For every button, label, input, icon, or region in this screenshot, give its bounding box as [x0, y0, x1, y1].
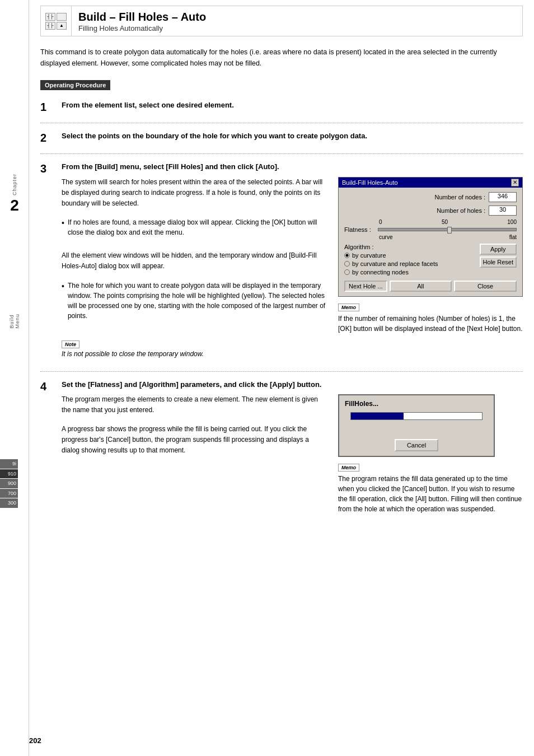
curve-label: curve: [379, 234, 392, 240]
step-4-number: 4: [40, 380, 57, 514]
intro-paragraph: This command is to create polygon data a…: [40, 46, 523, 69]
next-hole-button[interactable]: Next Hole ...: [344, 281, 387, 292]
build-menu-label: BuildMenu: [0, 314, 29, 329]
step-4: 4 Set the [Flatness] and [Algorithm] par…: [40, 380, 523, 514]
chapter-text: Chapter: [12, 174, 17, 195]
note-box: Note It is not possible to close the tem…: [62, 339, 327, 358]
icon-grid: ┤├ ┤├ ▲: [45, 13, 67, 30]
progress-bar: [350, 412, 483, 420]
step-3: 3 From the [Build] menu, select [Fill Ho…: [40, 162, 523, 363]
flatness-label-text: Flatness :: [344, 226, 378, 233]
version-tab-700[interactable]: 700: [0, 489, 18, 498]
flatness-thumb[interactable]: [447, 227, 452, 234]
version-tab-910[interactable]: 910: [0, 469, 18, 479]
fillholes-dialog: FillHoles... Cancel: [338, 394, 495, 457]
memo-1-text: If the number of remaining holes (Number…: [338, 314, 523, 334]
tick-100: 100: [507, 219, 517, 225]
step-3-bullet-1: • If no holes are found, a message dialo…: [62, 217, 327, 237]
separator-1: [40, 123, 523, 123]
nodes-label: Number of nodes :: [344, 194, 489, 200]
step-1-content: From the element list, select one desire…: [62, 100, 523, 115]
step-3-two-col: The system will search for holes present…: [62, 177, 523, 363]
flatness-track[interactable]: [378, 228, 517, 231]
step-4-body2: A progress bar shows the progress while …: [62, 424, 327, 456]
dialog-build-fill-holes: Build-Fill Holes-Auto ✕ Number of nodes …: [338, 177, 523, 297]
algo-radio-1[interactable]: by curvature: [344, 252, 477, 259]
step-1-number: 1: [40, 100, 57, 115]
header-text: Build – Fill Holes – Auto Filling Holes …: [72, 6, 522, 36]
memo-2-label: Memo: [338, 464, 359, 472]
step-3-body2: All the element view windows will be hid…: [62, 250, 327, 272]
dialog-1-title: Build-Fill Holes-Auto: [342, 179, 398, 186]
version-tabs: 9i 910 900 700 300: [0, 459, 18, 508]
step-3-title: From the [Build] menu, select [Fill Hole…: [62, 162, 523, 172]
all-button[interactable]: All: [390, 281, 452, 292]
step-3-bullet-2-text: The hole for which you want to create po…: [68, 281, 327, 321]
algo-option-3: by connecting nodes: [352, 269, 409, 276]
apply-button[interactable]: Apply: [480, 244, 517, 255]
algorithm-apply-row: Algorithm : by curvature by curvature an…: [344, 244, 517, 277]
version-tab-300[interactable]: 300: [0, 498, 18, 508]
build-menu-text: BuildMenu: [9, 314, 20, 329]
algo-right-buttons: Apply Hole Reset: [480, 244, 517, 268]
step-4-title: Set the [Flatness] and [Algorithm] param…: [62, 380, 523, 390]
note-text: It is not possible to close the temporar…: [62, 350, 327, 358]
holes-input[interactable]: 30: [489, 206, 517, 216]
bullet-dot-2: •: [62, 281, 64, 321]
step-3-bullet-2: • The hole for which you want to create …: [62, 281, 327, 321]
algo-radio-3[interactable]: by connecting nodes: [344, 269, 477, 276]
algo-radio-2[interactable]: by curvature and replace facets: [344, 260, 477, 267]
memo-1-label: Memo: [338, 304, 359, 311]
step-4-col-right: FillHoles... Cancel Memo The program ret…: [338, 394, 523, 514]
chapter-num: 2: [10, 197, 19, 214]
icon-cell-4: ▲: [57, 22, 67, 30]
algo-radio-circle-1[interactable]: [344, 253, 350, 258]
step-3-body: The system will search for holes present…: [62, 177, 327, 209]
step-2-content: Select the points on the boundary of the…: [62, 131, 523, 146]
dialog-1-titlebar: Build-Fill Holes-Auto ✕: [339, 178, 522, 188]
icon-cell-2: [57, 13, 67, 21]
separator-2: [40, 153, 523, 154]
version-tab-9i[interactable]: 9i: [0, 459, 18, 469]
header-icon: ┤├ ┤├ ▲: [41, 6, 72, 36]
algorithm-section: Algorithm : by curvature by curvature an…: [344, 244, 477, 277]
flatness-section: 0 50 100 Flatness :: [344, 219, 517, 240]
dialog-bottom-row: Next Hole ... All Close: [344, 281, 517, 292]
page-title: Build – Fill Holes – Auto: [78, 10, 516, 24]
flatness-slider-area[interactable]: [378, 228, 517, 231]
algo-option-2: by curvature and replace facets: [352, 260, 438, 267]
flat-label: flat: [509, 234, 517, 240]
version-tab-900[interactable]: 900: [0, 479, 18, 488]
step-4-content: Set the [Flatness] and [Algorithm] param…: [62, 380, 523, 514]
main-content: ┤├ ┤├ ▲ Build – Fill Holes – Auto Fillin…: [29, 6, 534, 525]
dialog-holes-row: Number of holes : 30: [344, 206, 517, 216]
holes-label: Number of holes :: [344, 207, 489, 214]
fillholes-progress-area: [345, 412, 488, 435]
close-button[interactable]: Close: [454, 281, 517, 292]
hole-reset-button[interactable]: Hole Reset: [480, 256, 517, 268]
note-label: Note: [62, 340, 79, 348]
algo-radio-circle-3[interactable]: [344, 269, 350, 275]
step-2: 2 Select the points on the boundary of t…: [40, 131, 523, 146]
chapter-label: Chapter 2: [0, 174, 29, 214]
step-3-col-left: The system will search for holes present…: [62, 177, 327, 363]
nodes-input[interactable]: 346: [489, 192, 517, 202]
icon-cell-3: ┤├: [45, 22, 55, 30]
memo-2-text: The program retains the fill data genera…: [338, 474, 523, 514]
algo-radio-circle-2[interactable]: [344, 261, 350, 267]
dialog-close-button[interactable]: ✕: [511, 179, 519, 186]
flatness-row: Flatness :: [344, 226, 517, 233]
dialog-nodes-row: Number of nodes : 346: [344, 192, 517, 202]
dialog-1-body: Number of nodes : 346 Number of holes : …: [339, 188, 522, 296]
algo-option-1: by curvature: [352, 252, 386, 259]
page-subtitle: Filling Holes Automatically: [78, 24, 516, 32]
step-1: 1 From the element list, select one desi…: [40, 100, 523, 115]
operating-procedure-bar: Operating Procedure: [40, 80, 110, 90]
fillholes-cancel-row: Cancel: [339, 435, 494, 456]
tick-50: 50: [442, 219, 448, 225]
progress-bar-fill: [351, 413, 404, 419]
left-sidebar: Chapter 2 BuildMenu 9i 910 900 700 300: [0, 0, 29, 756]
cancel-button[interactable]: Cancel: [395, 439, 438, 451]
step-2-number: 2: [40, 131, 57, 146]
separator-3: [40, 371, 523, 372]
